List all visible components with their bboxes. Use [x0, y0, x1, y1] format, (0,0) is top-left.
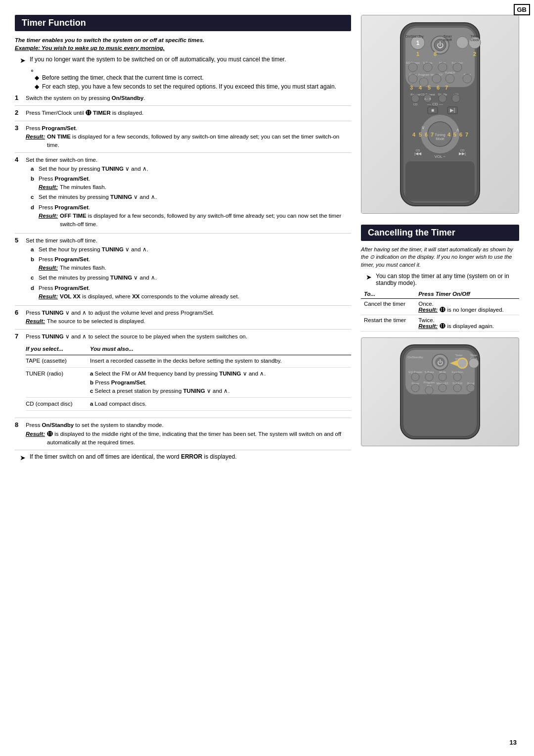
- table-header-col2: You must also...: [90, 345, 351, 353]
- cancel-intro: After having set the timer, it will star…: [361, 246, 519, 269]
- svg-text:Program: Program: [418, 73, 429, 76]
- cancel-cell-1-1: Cancel the timer: [361, 299, 415, 315]
- step-7: 7 Press TUNING ∨ and ∧ to select the sou…: [15, 332, 351, 419]
- cancel-section: Cancelling the Timer After having set th…: [361, 225, 519, 446]
- svg-point-32: [432, 74, 441, 83]
- step-num-6: 6: [15, 309, 26, 316]
- step-5d: d Press Program/Set. Result:VOL XX is di…: [31, 284, 351, 301]
- svg-point-21: [423, 63, 432, 72]
- remote-small-image: On/Standby ⏻ Timer on/off Timer Clock: [361, 337, 519, 446]
- svg-point-25: [453, 63, 462, 72]
- svg-text:8: 8: [434, 51, 437, 57]
- svg-text:A↔B: A↔B: [424, 97, 431, 100]
- table-row-cd: CD (compact disc) a Load compact discs.: [26, 400, 351, 411]
- svg-text:Tuning: Tuning: [435, 133, 445, 137]
- svg-text:4: 4: [419, 85, 422, 91]
- final-note-text: If the timer switch on and off times are…: [30, 453, 237, 460]
- step-1: 1 Switch the system on by pressing On/St…: [15, 94, 351, 106]
- step-num-8: 8: [15, 421, 26, 428]
- step-4: 4 Set the timer switch-on time. a Set th…: [15, 156, 351, 234]
- arrow-note: ➤ If you no longer want the system to be…: [20, 56, 351, 64]
- step-3: 3 Press Program/Set. Result: ON TIME is …: [15, 124, 351, 153]
- step-content-3: Press Program/Set. Result: ON TIME is di…: [26, 124, 351, 150]
- svg-text:Timer: Timer: [470, 354, 477, 357]
- svg-text:⏻: ⏻: [437, 41, 444, 49]
- cancel-cell-2-1: Restart the timer: [361, 315, 415, 331]
- table-cell-cd-action: a Load compact discs.: [90, 400, 351, 408]
- svg-point-87: [457, 358, 467, 368]
- step-content-8: Press On/Standby to set the system to st…: [26, 421, 351, 447]
- step-4d: d Press Program/Set. Result:OFF TIME is …: [31, 203, 351, 229]
- step-num-7: 7: [15, 332, 26, 340]
- final-note: ➤ If the timer switch on and off times a…: [20, 453, 351, 462]
- svg-text:∨: ∨: [421, 125, 425, 130]
- svg-text:5: 5: [419, 132, 422, 138]
- svg-text:Timer: Timer: [443, 35, 452, 38]
- svg-text:2: 2: [473, 51, 476, 57]
- note-block: ⚬ ◆ Before setting the timer, check that…: [30, 67, 351, 90]
- table-row-tape: TAPE (cassette) Insert a recorded casset…: [26, 357, 351, 368]
- svg-point-95: [425, 373, 433, 381]
- svg-point-93: [411, 373, 419, 381]
- step-num-5: 5: [15, 236, 26, 244]
- svg-text:Program: Program: [423, 381, 435, 384]
- svg-point-36: [463, 74, 472, 83]
- svg-text:▶▶|: ▶▶|: [459, 151, 466, 156]
- arrow-icon: ➤: [20, 56, 26, 64]
- step-5: 5 Set the timer switch-off time. a Set t…: [15, 236, 351, 306]
- svg-point-23: [438, 63, 447, 72]
- svg-point-34: [445, 74, 454, 83]
- svg-point-50: [452, 94, 460, 102]
- svg-text:6: 6: [437, 85, 440, 91]
- svg-point-104: [425, 386, 433, 394]
- bullet-sym-2: ◆: [35, 83, 39, 90]
- svg-text:1: 1: [416, 40, 420, 47]
- step-num-1: 1: [15, 94, 26, 101]
- note-icon: ⚬: [30, 67, 35, 74]
- svg-text:5: 5: [453, 132, 456, 138]
- svg-text:On/Standby: On/Standby: [405, 35, 424, 39]
- svg-point-106: [439, 384, 446, 392]
- cancel-row-1: Cancel the timer Once. Result:⓫ is no lo…: [361, 299, 519, 315]
- svg-text:▶|: ▶|: [450, 107, 455, 113]
- svg-text:Mode: Mode: [436, 137, 445, 141]
- svg-point-43: [411, 94, 419, 102]
- bullet-2: ◆ For each step, you have a few seconds …: [35, 83, 351, 90]
- cancel-cell-1-2: Once. Result:⓫ is no longer displayed.: [415, 299, 519, 315]
- gb-badge: GB: [514, 4, 531, 15]
- cancel-section-title: Cancelling the Timer: [361, 225, 519, 241]
- bullet-text-2: For each step, you have a few seconds to…: [42, 83, 336, 90]
- step-num-2: 2: [15, 109, 26, 116]
- svg-text:Clock: Clock: [470, 38, 479, 42]
- intro-line1: The timer enables you to switch the syst…: [15, 37, 204, 43]
- table-cell-tuner-name: TUNER (radio): [26, 370, 90, 378]
- step-content-4: Set the timer switch-on time. a Set the …: [26, 156, 351, 230]
- step-2: 2 Press Timer/Clock until ⓫ TIMER is dis…: [15, 109, 351, 121]
- table-cell-tuner-action: a Select the FM or AM frequency band by …: [90, 370, 351, 395]
- cancel-row-2: Restart the timer Twice. Result:⓫ is dis…: [361, 315, 519, 331]
- cancel-arrow-text: You can stop the timer at any time (syst…: [376, 273, 519, 286]
- timer-section-title: Timer Function: [15, 15, 351, 31]
- svg-text:CD: CD: [413, 103, 418, 106]
- svg-point-97: [439, 373, 446, 381]
- svg-point-19: [408, 63, 417, 72]
- svg-text:7: 7: [445, 85, 448, 91]
- page-number: 13: [510, 739, 517, 746]
- svg-point-99: [453, 373, 461, 381]
- svg-point-101: [411, 384, 419, 392]
- remote-control-image: 1 On/Standby ⏻ Timer on/off Timer: [361, 15, 519, 214]
- step-content-7: Press TUNING ∨ and ∧ to select the sourc…: [26, 332, 351, 415]
- left-column: Timer Function The timer enables you to …: [15, 15, 351, 465]
- svg-text:TUNER: TUNER: [445, 71, 455, 74]
- right-column: GB 1 On/Standby: [361, 15, 519, 446]
- svg-text:4: 4: [412, 132, 416, 138]
- svg-text:Timer: Timer: [455, 354, 462, 357]
- svg-text:Timer: Timer: [470, 35, 479, 38]
- svg-text:— CD —: — CD —: [427, 102, 443, 106]
- intro-text: The timer enables you to switch the syst…: [15, 36, 351, 52]
- svg-text:|◀◀: |◀◀: [414, 151, 422, 156]
- arrow-note-text: If you no longer want the system to be s…: [30, 56, 286, 63]
- step-6: 6 Press TUNING ∨ and ∧ to adjust the vol…: [15, 309, 351, 330]
- arrow-icon-2: ➤: [20, 454, 26, 462]
- cancel-arrow-icon: ➤: [366, 273, 372, 281]
